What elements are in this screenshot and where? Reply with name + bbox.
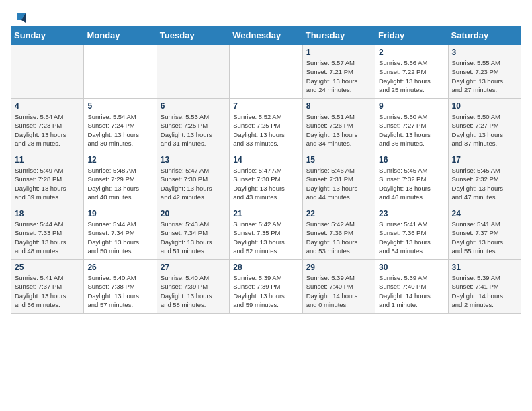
calendar-table: SundayMondayTuesdayWednesdayThursdayFrid… bbox=[11, 26, 521, 314]
calendar-cell: 26Sunrise: 5:40 AM Sunset: 7:38 PM Dayli… bbox=[84, 260, 157, 314]
cell-info: Sunrise: 5:45 AM Sunset: 7:32 PM Dayligh… bbox=[452, 166, 517, 201]
cell-info: Sunrise: 5:56 AM Sunset: 7:22 PM Dayligh… bbox=[379, 58, 444, 94]
day-number: 2 bbox=[379, 48, 444, 57]
calendar-cell: 3Sunrise: 5:55 AM Sunset: 7:23 PM Daylig… bbox=[448, 45, 521, 99]
cell-info: Sunrise: 5:52 AM Sunset: 7:25 PM Dayligh… bbox=[233, 112, 298, 148]
cell-info: Sunrise: 5:51 AM Sunset: 7:26 PM Dayligh… bbox=[306, 112, 371, 148]
calendar-cell: 28Sunrise: 5:39 AM Sunset: 7:39 PM Dayli… bbox=[230, 260, 302, 314]
calendar-cell bbox=[84, 45, 157, 99]
calendar-cell: 27Sunrise: 5:40 AM Sunset: 7:39 PM Dayli… bbox=[157, 260, 229, 314]
calendar-cell bbox=[230, 45, 302, 99]
calendar-cell: 10Sunrise: 5:50 AM Sunset: 7:27 PM Dayli… bbox=[448, 99, 521, 152]
calendar-cell: 20Sunrise: 5:43 AM Sunset: 7:34 PM Dayli… bbox=[157, 206, 229, 260]
cell-info: Sunrise: 5:39 AM Sunset: 7:40 PM Dayligh… bbox=[379, 273, 444, 309]
day-number: 23 bbox=[379, 209, 444, 218]
day-number: 21 bbox=[233, 209, 298, 218]
day-number: 4 bbox=[15, 101, 80, 111]
header-saturday: Saturday bbox=[448, 26, 521, 45]
cell-info: Sunrise: 5:49 AM Sunset: 7:28 PM Dayligh… bbox=[15, 166, 80, 201]
week-row-4: 18Sunrise: 5:44 AM Sunset: 7:33 PM Dayli… bbox=[11, 206, 521, 260]
logo-icon bbox=[12, 11, 27, 26]
calendar-cell: 22Sunrise: 5:42 AM Sunset: 7:36 PM Dayli… bbox=[302, 206, 375, 260]
calendar-cell: 29Sunrise: 5:39 AM Sunset: 7:40 PM Dayli… bbox=[302, 260, 375, 314]
cell-info: Sunrise: 5:57 AM Sunset: 7:21 PM Dayligh… bbox=[306, 58, 371, 94]
cell-info: Sunrise: 5:39 AM Sunset: 7:40 PM Dayligh… bbox=[306, 273, 371, 309]
calendar-cell: 15Sunrise: 5:46 AM Sunset: 7:31 PM Dayli… bbox=[302, 152, 375, 206]
cell-info: Sunrise: 5:44 AM Sunset: 7:34 PM Dayligh… bbox=[87, 220, 152, 255]
day-number: 15 bbox=[306, 155, 371, 165]
calendar-cell: 17Sunrise: 5:45 AM Sunset: 7:32 PM Dayli… bbox=[448, 152, 521, 206]
cell-info: Sunrise: 5:39 AM Sunset: 7:41 PM Dayligh… bbox=[452, 273, 517, 309]
calendar-cell: 9Sunrise: 5:50 AM Sunset: 7:27 PM Daylig… bbox=[375, 99, 448, 152]
day-number: 12 bbox=[87, 155, 152, 165]
calendar-cell: 25Sunrise: 5:41 AM Sunset: 7:37 PM Dayli… bbox=[11, 260, 84, 314]
day-number: 17 bbox=[452, 155, 517, 165]
day-number: 9 bbox=[379, 101, 444, 111]
calendar-cell: 2Sunrise: 5:56 AM Sunset: 7:22 PM Daylig… bbox=[375, 45, 448, 99]
calendar-cell: 4Sunrise: 5:54 AM Sunset: 7:23 PM Daylig… bbox=[11, 99, 84, 152]
day-number: 7 bbox=[233, 101, 298, 111]
cell-info: Sunrise: 5:53 AM Sunset: 7:25 PM Dayligh… bbox=[161, 112, 226, 148]
calendar-cell: 21Sunrise: 5:42 AM Sunset: 7:35 PM Dayli… bbox=[230, 206, 302, 260]
day-number: 26 bbox=[87, 263, 152, 272]
day-number: 13 bbox=[161, 155, 226, 165]
header-wednesday: Wednesday bbox=[230, 26, 302, 45]
day-number: 6 bbox=[161, 101, 226, 111]
calendar-cell: 11Sunrise: 5:49 AM Sunset: 7:28 PM Dayli… bbox=[11, 152, 84, 206]
day-number: 18 bbox=[15, 209, 80, 218]
cell-info: Sunrise: 5:40 AM Sunset: 7:39 PM Dayligh… bbox=[161, 273, 226, 309]
cell-info: Sunrise: 5:40 AM Sunset: 7:38 PM Dayligh… bbox=[87, 273, 152, 309]
calendar-cell: 7Sunrise: 5:52 AM Sunset: 7:25 PM Daylig… bbox=[230, 99, 302, 152]
week-row-3: 11Sunrise: 5:49 AM Sunset: 7:28 PM Dayli… bbox=[11, 152, 521, 206]
cell-info: Sunrise: 5:50 AM Sunset: 7:27 PM Dayligh… bbox=[379, 112, 444, 148]
calendar-cell: 1Sunrise: 5:57 AM Sunset: 7:21 PM Daylig… bbox=[302, 45, 375, 99]
day-number: 25 bbox=[15, 263, 80, 272]
calendar-cell bbox=[157, 45, 229, 99]
calendar-cell: 31Sunrise: 5:39 AM Sunset: 7:41 PM Dayli… bbox=[448, 260, 521, 314]
cell-info: Sunrise: 5:41 AM Sunset: 7:36 PM Dayligh… bbox=[379, 220, 444, 255]
day-number: 8 bbox=[306, 101, 371, 111]
calendar-cell: 8Sunrise: 5:51 AM Sunset: 7:26 PM Daylig… bbox=[302, 99, 375, 152]
day-number: 10 bbox=[452, 101, 517, 111]
cell-info: Sunrise: 5:54 AM Sunset: 7:24 PM Dayligh… bbox=[87, 112, 152, 148]
cell-info: Sunrise: 5:45 AM Sunset: 7:32 PM Dayligh… bbox=[379, 166, 444, 201]
header-tuesday: Tuesday bbox=[157, 26, 229, 45]
day-number: 22 bbox=[306, 209, 371, 218]
cell-info: Sunrise: 5:47 AM Sunset: 7:30 PM Dayligh… bbox=[233, 166, 298, 201]
day-number: 28 bbox=[233, 263, 298, 272]
cell-info: Sunrise: 5:50 AM Sunset: 7:27 PM Dayligh… bbox=[452, 112, 517, 148]
cell-info: Sunrise: 5:55 AM Sunset: 7:23 PM Dayligh… bbox=[452, 58, 517, 94]
cell-info: Sunrise: 5:54 AM Sunset: 7:23 PM Dayligh… bbox=[15, 112, 80, 148]
day-number: 19 bbox=[87, 209, 152, 218]
header-friday: Friday bbox=[375, 26, 448, 45]
calendar-cell bbox=[11, 45, 84, 99]
calendar-cell: 6Sunrise: 5:53 AM Sunset: 7:25 PM Daylig… bbox=[157, 99, 229, 152]
calendar-cell: 18Sunrise: 5:44 AM Sunset: 7:33 PM Dayli… bbox=[11, 206, 84, 260]
calendar-cell: 5Sunrise: 5:54 AM Sunset: 7:24 PM Daylig… bbox=[84, 99, 157, 152]
day-number: 24 bbox=[452, 209, 517, 218]
day-number: 5 bbox=[87, 101, 152, 111]
day-number: 1 bbox=[306, 48, 371, 57]
cell-info: Sunrise: 5:39 AM Sunset: 7:39 PM Dayligh… bbox=[233, 273, 298, 309]
calendar-cell: 12Sunrise: 5:48 AM Sunset: 7:29 PM Dayli… bbox=[84, 152, 157, 206]
header-sunday: Sunday bbox=[11, 26, 84, 45]
week-row-2: 4Sunrise: 5:54 AM Sunset: 7:23 PM Daylig… bbox=[11, 99, 521, 152]
header-thursday: Thursday bbox=[302, 26, 375, 45]
day-number: 27 bbox=[161, 263, 226, 272]
week-row-5: 25Sunrise: 5:41 AM Sunset: 7:37 PM Dayli… bbox=[11, 260, 521, 314]
calendar-cell: 23Sunrise: 5:41 AM Sunset: 7:36 PM Dayli… bbox=[375, 206, 448, 260]
day-number: 31 bbox=[452, 263, 517, 272]
day-number: 3 bbox=[452, 48, 517, 57]
cell-info: Sunrise: 5:41 AM Sunset: 7:37 PM Dayligh… bbox=[15, 273, 80, 309]
cell-info: Sunrise: 5:42 AM Sunset: 7:36 PM Dayligh… bbox=[306, 220, 371, 255]
cell-info: Sunrise: 5:47 AM Sunset: 7:30 PM Dayligh… bbox=[161, 166, 226, 201]
calendar-cell: 14Sunrise: 5:47 AM Sunset: 7:30 PM Dayli… bbox=[230, 152, 302, 206]
day-number: 20 bbox=[161, 209, 226, 218]
cell-info: Sunrise: 5:46 AM Sunset: 7:31 PM Dayligh… bbox=[306, 166, 371, 201]
cell-info: Sunrise: 5:42 AM Sunset: 7:35 PM Dayligh… bbox=[233, 220, 298, 255]
calendar-cell: 24Sunrise: 5:41 AM Sunset: 7:37 PM Dayli… bbox=[448, 206, 521, 260]
day-number: 14 bbox=[233, 155, 298, 165]
cell-info: Sunrise: 5:44 AM Sunset: 7:33 PM Dayligh… bbox=[15, 220, 80, 255]
day-number: 30 bbox=[379, 263, 444, 272]
week-row-1: 1Sunrise: 5:57 AM Sunset: 7:21 PM Daylig… bbox=[11, 45, 521, 99]
